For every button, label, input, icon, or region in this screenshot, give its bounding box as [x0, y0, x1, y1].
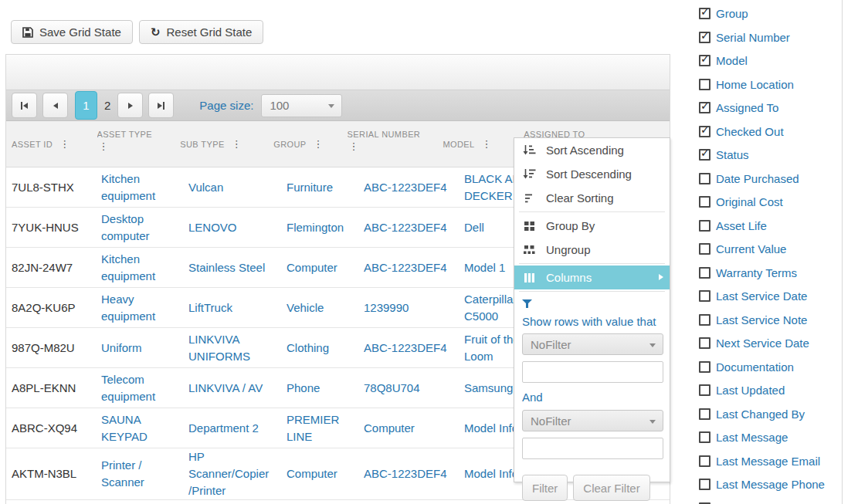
cell-group[interactable]: Vehicle: [287, 299, 364, 316]
cell-serial-number[interactable]: 1239990: [364, 299, 464, 316]
checkbox-icon[interactable]: [699, 55, 710, 66]
column-chooser-item-documentation[interactable]: Documentation: [699, 355, 825, 379]
column-chooser-item-model[interactable]: Model: [699, 49, 825, 73]
column-chooser-item-last-message-phone[interactable]: Last Message Phone: [699, 473, 825, 497]
column-header-asset-id[interactable]: ASSET ID⋮: [6, 121, 97, 167]
menu-item-clear-sorting[interactable]: Clear Sorting: [514, 186, 670, 210]
cell-sub-type[interactable]: LENOVO: [188, 219, 287, 236]
checkbox-icon[interactable]: [699, 431, 710, 443]
cell-asset-type[interactable]: SAUNA KEYPAD: [101, 411, 188, 445]
checkbox-icon[interactable]: [699, 479, 710, 490]
cell-group[interactable]: Furniture: [287, 179, 364, 196]
clear-filter-button[interactable]: Clear Filter: [573, 475, 649, 501]
column-header-group[interactable]: GROUP⋮: [273, 121, 347, 167]
column-chooser-item-status[interactable]: Status: [699, 144, 825, 167]
menu-item-sort-descending[interactable]: Sort Descending: [514, 162, 670, 186]
cell-serial-number[interactable]: ABC-1223DEF4: [364, 219, 464, 236]
filter-operator-dropdown-2[interactable]: NoFilter: [522, 410, 663, 431]
cell-sub-type[interactable]: LiftTruck: [188, 299, 287, 316]
page-button-1[interactable]: 1: [75, 91, 97, 120]
last-page-button[interactable]: [148, 93, 174, 118]
column-chooser-item-current-value[interactable]: Current Value: [699, 238, 825, 262]
cell-group[interactable]: Computer: [287, 465, 364, 482]
cell-serial-number[interactable]: ABC-1223DEF4: [364, 465, 464, 482]
column-menu-icon[interactable]: ⋮: [349, 140, 359, 152]
page-size-dropdown[interactable]: 100: [261, 94, 342, 117]
filter-operator-dropdown-1[interactable]: NoFilter: [522, 333, 663, 355]
column-chooser-item-checked-out[interactable]: Checked Out: [699, 120, 825, 144]
column-chooser-item-last-changed-by[interactable]: Last Changed By: [699, 402, 825, 426]
menu-item-group-by[interactable]: Group By: [514, 214, 670, 238]
column-menu-icon[interactable]: ⋮: [482, 138, 492, 150]
filter-value-input-2[interactable]: [522, 438, 663, 459]
column-chooser-item-last-service-note[interactable]: Last Service Note: [699, 308, 825, 332]
cell-asset-type[interactable]: Desktop computer: [101, 211, 188, 245]
cell-group[interactable]: Flemington: [287, 219, 364, 236]
column-chooser-item-asset-life[interactable]: Asset Life: [699, 214, 825, 238]
checkbox-icon[interactable]: [699, 79, 710, 90]
checkbox-icon[interactable]: [699, 408, 710, 420]
checkbox-icon[interactable]: [699, 455, 710, 467]
checkbox-icon[interactable]: [699, 314, 710, 326]
reset-grid-state-button[interactable]: ↻ Reset Grid State: [139, 20, 263, 44]
cell-asset-type[interactable]: Kitchen equipment: [101, 251, 188, 285]
column-header-model[interactable]: MODEL⋮: [443, 121, 524, 167]
menu-item-columns[interactable]: Columns: [514, 266, 670, 289]
checkbox-icon[interactable]: [699, 102, 710, 113]
cell-asset-type[interactable]: Kitchen equipment: [101, 171, 188, 205]
column-chooser-item-warranty-terms[interactable]: Warranty Terms: [699, 261, 825, 285]
column-menu-icon[interactable]: ⋮: [59, 138, 70, 150]
cell-serial-number[interactable]: Computer: [364, 420, 464, 437]
column-chooser-item-last-message[interactable]: Last Message: [699, 426, 825, 450]
cell-serial-number[interactable]: ABC-1223DEF4: [364, 259, 464, 276]
cell-sub-type[interactable]: LINKVIVA / AV: [188, 380, 287, 397]
cell-group[interactable]: PREMIER LINE: [287, 411, 364, 445]
cell-sub-type[interactable]: LINKVIVA UNIFORMS: [188, 331, 287, 365]
cell-sub-type[interactable]: Stainless Steel: [188, 259, 287, 276]
column-menu-icon[interactable]: ⋮: [232, 138, 242, 150]
checkbox-icon[interactable]: [699, 32, 710, 43]
cell-sub-type[interactable]: Vulcan: [188, 179, 287, 196]
checkbox-icon[interactable]: [699, 149, 710, 161]
column-chooser-item-home-location[interactable]: Home Location: [699, 73, 825, 96]
column-chooser-item-assigned-to[interactable]: Assigned To: [699, 96, 825, 120]
cell-asset-type[interactable]: Telecom equipment: [101, 371, 188, 405]
checkbox-icon[interactable]: [699, 384, 710, 396]
checkbox-icon[interactable]: [699, 337, 710, 349]
cell-sub-type[interactable]: HP Scanner/Copier /Printer: [188, 448, 287, 499]
next-page-button[interactable]: [117, 93, 143, 118]
checkbox-icon[interactable]: [699, 173, 710, 184]
filter-button[interactable]: Filter: [522, 475, 568, 501]
checkbox-icon[interactable]: [699, 243, 710, 255]
column-chooser-item-serial-number[interactable]: Serial Number: [699, 25, 825, 49]
column-chooser-item[interactable]: Item: [699, 496, 825, 504]
column-header-sub-type[interactable]: SUB TYPE⋮: [180, 121, 273, 167]
save-grid-state-button[interactable]: Save Grid State: [11, 20, 133, 44]
prev-page-button[interactable]: [42, 93, 68, 118]
column-menu-icon[interactable]: ⋮: [314, 138, 324, 150]
checkbox-icon[interactable]: [699, 196, 710, 208]
cell-group[interactable]: Phone: [287, 380, 364, 397]
first-page-button[interactable]: [12, 93, 37, 118]
cell-serial-number[interactable]: 78Q8U704: [364, 380, 464, 397]
checkbox-icon[interactable]: [699, 267, 710, 279]
cell-asset-type[interactable]: Heavy equipment: [101, 291, 188, 325]
column-chooser-item-last-updated[interactable]: Last Updated: [699, 379, 825, 403]
cell-serial-number[interactable]: ABC-1223DEF4: [364, 179, 464, 196]
column-chooser-item-group[interactable]: Group: [699, 2, 825, 26]
column-chooser-item-original-cost[interactable]: Original Cost: [699, 191, 825, 215]
column-chooser-item-last-message-email[interactable]: Last Message Email: [699, 449, 825, 473]
cell-asset-type[interactable]: Uniform: [101, 340, 188, 357]
cell-group[interactable]: Computer: [287, 259, 364, 276]
filter-value-input-1[interactable]: [522, 361, 663, 383]
column-header-serial-number[interactable]: SERIAL NUMBER⋮: [348, 121, 443, 167]
column-chooser-item-date-purchased[interactable]: Date Purchased: [699, 167, 825, 191]
page-button-2[interactable]: 2: [104, 99, 110, 112]
menu-item-sort-ascending[interactable]: Sort Ascending: [514, 138, 670, 162]
cell-group[interactable]: Clothing: [287, 340, 364, 357]
column-chooser-item-last-service-date[interactable]: Last Service Date: [699, 285, 825, 309]
checkbox-icon[interactable]: [699, 220, 710, 232]
column-chooser-item-next-service-date[interactable]: Next Service Date: [699, 332, 825, 356]
checkbox-icon[interactable]: [699, 290, 710, 302]
menu-item-ungroup[interactable]: Ungroup: [514, 238, 670, 262]
